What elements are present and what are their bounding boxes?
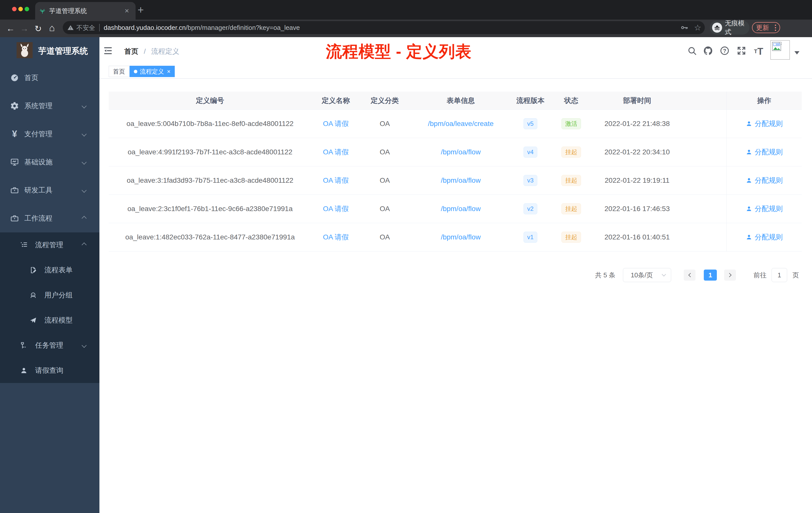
- version-badge: v3: [523, 175, 537, 186]
- deploy-time: 2022-01-16 17:46:53: [594, 205, 680, 213]
- search-icon[interactable]: [687, 46, 697, 56]
- tag-process-definition[interactable]: 流程定义 ×: [129, 66, 175, 77]
- avatar-caret-icon[interactable]: [794, 51, 800, 55]
- reload-icon[interactable]: ↻: [33, 24, 43, 34]
- form-link[interactable]: /bpm/oa/flow: [409, 176, 512, 184]
- browser-tab[interactable]: 芋道管理系统 ×: [35, 2, 136, 20]
- user-icon: [746, 206, 752, 212]
- page-annotation: 流程模型 - 定义列表: [326, 41, 471, 62]
- sidebar-item-system[interactable]: 系统管理: [0, 92, 99, 120]
- security-label[interactable]: 不安全: [76, 24, 95, 32]
- incognito-badge: 无痕模式: [710, 21, 750, 35]
- browser-menu-icon[interactable]: [775, 25, 776, 31]
- tag-close-icon[interactable]: ×: [167, 68, 171, 75]
- form-link[interactable]: /bpm/oa/flow: [409, 205, 512, 213]
- definition-name-link[interactable]: OA 请假: [311, 176, 360, 185]
- svg-text:?: ?: [723, 48, 726, 54]
- chevron-right-icon: [727, 273, 731, 277]
- font-size-icon[interactable]: TT: [754, 46, 764, 56]
- actions-cell: 分配规则: [726, 167, 802, 194]
- update-button[interactable]: 更新: [752, 22, 780, 33]
- definition-name-link[interactable]: OA 请假: [311, 119, 360, 128]
- user-icon: [746, 177, 752, 184]
- chevron-down-icon: [662, 272, 666, 277]
- forward-icon[interactable]: →: [19, 24, 29, 33]
- sidebar-item-process-management[interactable]: 流程管理: [0, 233, 99, 258]
- tab-close-icon[interactable]: ×: [124, 6, 129, 15]
- chevron-down-icon: [82, 103, 87, 109]
- deploy-time: 2022-01-22 20:34:10: [594, 148, 680, 156]
- version-badge: v1: [523, 232, 537, 243]
- chevron-down-icon: [82, 131, 87, 137]
- home-icon[interactable]: ⌂: [47, 23, 57, 33]
- active-dot-icon: [134, 70, 137, 73]
- page-size-select[interactable]: 10条/页: [623, 268, 671, 282]
- status-badge: 激活: [561, 118, 581, 129]
- fullscreen-icon[interactable]: [736, 46, 747, 56]
- address-bar[interactable]: 不安全 dashboard.yudao.iocoder.cn/bpm/manag…: [63, 21, 705, 34]
- definition-name-link[interactable]: OA 请假: [311, 147, 360, 157]
- sidebar-item-label: 工作流程: [24, 214, 53, 223]
- avatar[interactable]: [770, 40, 790, 60]
- sidebar-item-devtools[interactable]: 研发工具: [0, 176, 99, 204]
- status-badge: 挂起: [561, 147, 581, 158]
- sidebar-logo-row[interactable]: 芋道管理系统: [0, 37, 99, 64]
- definition-category: OA: [360, 176, 409, 184]
- actions-cell: 分配规则: [726, 195, 802, 223]
- deploy-time: 2022-01-22 19:19:11: [594, 176, 680, 184]
- traffic-light-minimize[interactable]: [18, 7, 23, 11]
- definition-name-link[interactable]: OA 请假: [311, 233, 360, 242]
- sidebar-item-infrastructure[interactable]: 基础设施: [0, 148, 99, 176]
- sidebar-item-label: 任务管理: [35, 340, 63, 350]
- sidebar-item-task-management[interactable]: 任务管理: [0, 333, 99, 358]
- assign-rule-button[interactable]: 分配规则: [746, 204, 783, 214]
- goto-unit: 页: [792, 268, 799, 282]
- sidebar-item-process-model[interactable]: 流程模型: [0, 308, 99, 333]
- column-header: 状态: [549, 96, 594, 105]
- user-icon: [746, 120, 752, 127]
- traffic-light-zoom[interactable]: [25, 7, 29, 11]
- goto-page-input[interactable]: [772, 268, 787, 282]
- prev-page-button[interactable]: [684, 270, 696, 280]
- sidebar-item-process-form[interactable]: 流程表单: [0, 258, 99, 282]
- sidebar-item-workflow[interactable]: 工作流程: [0, 204, 99, 233]
- sidebar-item-user-group[interactable]: 用户分组: [0, 282, 99, 308]
- pagination: 共 5 条 10条/页 1 前往 页: [99, 268, 812, 282]
- goto-label: 前往: [754, 268, 766, 282]
- back-icon[interactable]: ←: [5, 24, 16, 33]
- current-page-button[interactable]: 1: [704, 270, 717, 280]
- bookmark-star-icon[interactable]: ☆: [694, 23, 701, 32]
- column-header: 定义编号: [109, 96, 311, 105]
- assign-rule-button[interactable]: 分配规则: [746, 176, 783, 185]
- hamburger-icon[interactable]: [103, 46, 113, 56]
- github-icon[interactable]: [703, 46, 713, 56]
- actions-cell: 分配规则: [726, 110, 802, 138]
- form-link[interactable]: /bpm/oa/flow: [409, 233, 512, 241]
- password-key-icon[interactable]: [680, 23, 689, 32]
- definition-name-link[interactable]: OA 请假: [311, 204, 360, 214]
- form-link[interactable]: /bpm/oa/leave/create: [409, 120, 512, 128]
- traffic-light-close[interactable]: [12, 7, 17, 11]
- person-icon: [20, 367, 28, 374]
- next-page-button[interactable]: [724, 270, 736, 280]
- sidebar-item-leave-query[interactable]: 请假查询: [0, 358, 99, 383]
- assign-rule-button[interactable]: 分配规则: [746, 147, 783, 157]
- url-text[interactable]: dashboard.yudao.iocoder.cn/bpm/manager/d…: [104, 24, 300, 32]
- assign-rule-button[interactable]: 分配规则: [746, 119, 783, 128]
- sidebar-item-label: 请假查询: [35, 366, 63, 375]
- breadcrumb-home[interactable]: 首页: [124, 48, 138, 55]
- column-header: 定义分类: [360, 96, 409, 105]
- assign-rule-button[interactable]: 分配规则: [746, 233, 783, 242]
- sidebar-item-home[interactable]: 首页: [0, 64, 99, 92]
- breadcrumb: 首页 / 流程定义: [124, 47, 179, 56]
- sidebar-item-label: 支付管理: [24, 129, 53, 139]
- definition-category: OA: [360, 205, 409, 213]
- navbar: 首页 / 流程定义 流程模型 - 定义列表 ? TT: [99, 37, 812, 64]
- new-tab-button[interactable]: +: [138, 5, 144, 14]
- tag-home[interactable]: 首页: [109, 66, 129, 77]
- form-link[interactable]: /bpm/oa/flow: [409, 148, 512, 156]
- sidebar-item-label: 首页: [24, 73, 38, 83]
- help-icon[interactable]: ?: [720, 46, 730, 56]
- dashboard-icon: [10, 73, 19, 82]
- sidebar-item-payment[interactable]: ¥ 支付管理: [0, 120, 99, 148]
